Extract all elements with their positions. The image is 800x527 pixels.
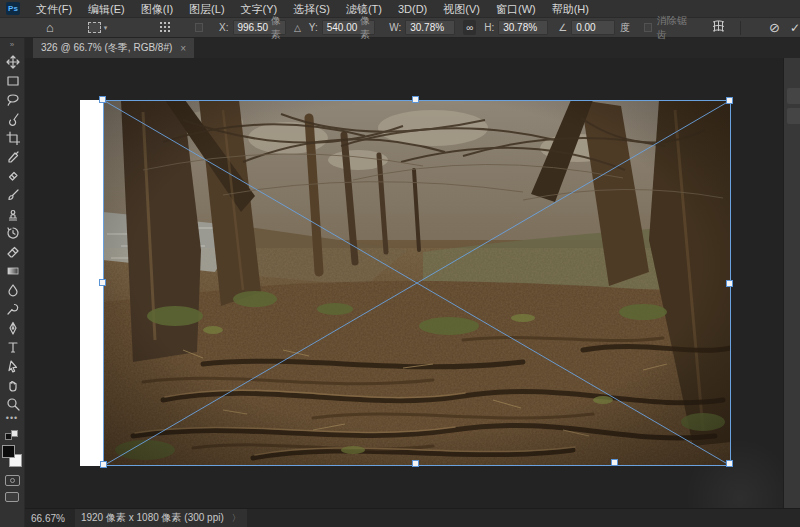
height-label: H:	[484, 22, 494, 33]
rotation-angle-value: 0.00	[576, 22, 595, 33]
photoshop-window: Ps 文件(F)编辑(E)图像(I)图层(L)文字(Y)选择(S)滤镜(T)3D…	[0, 0, 800, 527]
handle-top-left[interactable]	[99, 96, 106, 103]
photoshop-logo-icon: Ps	[6, 2, 20, 15]
zoom-level[interactable]: 66.67%	[31, 513, 65, 524]
tool-preset-picker[interactable]: ▾	[88, 22, 108, 33]
degrees-label: 度	[620, 21, 630, 35]
crop-tool[interactable]	[0, 128, 25, 147]
menu-item-1[interactable]: 编辑(E)	[80, 0, 133, 18]
free-transform-box[interactable]	[103, 100, 731, 466]
chevron-right-icon: 〉	[232, 512, 241, 525]
canvas-pasteboard	[25, 58, 783, 508]
handle-middle-right[interactable]	[726, 280, 733, 287]
tools-panel: » •••	[0, 38, 25, 527]
foreground-color-swatch[interactable]	[2, 445, 15, 458]
width-label: W:	[389, 22, 401, 33]
rotation-angle-icon: ∠	[558, 22, 567, 33]
pen-tool[interactable]	[0, 318, 25, 337]
toggle-reference-point-checkbox[interactable]	[195, 23, 203, 32]
height-field[interactable]: 30.78%	[498, 20, 548, 35]
handle-bottom-right[interactable]	[726, 460, 733, 467]
y-position-field[interactable]: 540.00 像素	[322, 20, 375, 35]
screen-mode-icon[interactable]	[5, 492, 19, 502]
menu-item-9[interactable]: 窗口(W)	[488, 0, 544, 18]
commit-transform-button[interactable]: ✓	[790, 21, 800, 35]
tools-list	[0, 52, 24, 413]
move-tool[interactable]	[0, 52, 25, 71]
handle-top-right[interactable]	[726, 97, 733, 104]
collapsed-panel-icon[interactable]	[787, 88, 800, 104]
lasso-tool[interactable]	[0, 90, 25, 109]
x-position-unit: 像素	[271, 14, 281, 42]
menu-item-0[interactable]: 文件(F)	[28, 0, 80, 18]
menu-bar-items: 文件(F)编辑(E)图像(I)图层(L)文字(Y)选择(S)滤镜(T)3D(D)…	[28, 0, 597, 18]
rectangular-marquee-tool[interactable]	[0, 71, 25, 90]
relative-positioning-icon[interactable]: △	[294, 23, 301, 33]
menu-item-5[interactable]: 选择(S)	[285, 0, 338, 18]
type-tool[interactable]	[0, 337, 25, 356]
menu-item-7[interactable]: 3D(D)	[390, 0, 435, 18]
y-position-label: Y:	[309, 22, 318, 33]
antialias-checkbox[interactable]	[644, 23, 652, 32]
rotation-angle-field[interactable]: 0.00	[571, 20, 615, 35]
spot-healing-brush-tool[interactable]	[0, 166, 25, 185]
path-selection-tool[interactable]	[0, 356, 25, 375]
x-position-label: X:	[219, 22, 228, 33]
menu-item-8[interactable]: 视图(V)	[435, 0, 488, 18]
brush-tool[interactable]	[0, 185, 25, 204]
panel-dock	[783, 58, 800, 508]
antialias-label: 消除锯齿	[657, 14, 689, 42]
cancel-transform-button[interactable]: ⊘	[769, 20, 780, 35]
quick-mask-icon[interactable]	[5, 475, 20, 486]
edit-toolbar-icon[interactable]: •••	[0, 413, 24, 427]
warp-mode-toggle-icon[interactable]	[711, 20, 726, 35]
handle-bottom-left[interactable]	[100, 461, 107, 468]
swap-colors-icon[interactable]	[5, 430, 19, 441]
document-dimensions: 1920 像素 x 1080 像素 (300 ppi)	[81, 511, 224, 525]
transform-tool-icon	[88, 22, 101, 33]
handle-bottom-center[interactable]	[412, 460, 419, 467]
clone-stamp-tool[interactable]	[0, 204, 25, 223]
eyedropper-tool[interactable]	[0, 147, 25, 166]
y-position-value: 540.00	[327, 22, 358, 33]
document-info[interactable]: 1920 像素 x 1080 像素 (300 ppi) 〉	[75, 509, 247, 527]
menu-item-3[interactable]: 图层(L)	[181, 0, 232, 18]
transform-options-bar: ⌂ ▾ X: 996.50 像素 △ Y: 540.00 像素 W:	[0, 18, 800, 38]
gradient-tool[interactable]	[0, 261, 25, 280]
toolbar-collapse-icon[interactable]: »	[0, 38, 24, 52]
zoom-tool[interactable]	[0, 394, 25, 413]
blur-tool[interactable]	[0, 280, 25, 299]
history-brush-tool[interactable]	[0, 223, 25, 242]
handle-middle-left[interactable]	[99, 279, 106, 286]
status-bar: 66.67% 1920 像素 x 1080 像素 (300 ppi) 〉	[25, 508, 800, 527]
y-position-unit: 像素	[360, 14, 370, 42]
menu-item-10[interactable]: 帮助(H)	[544, 0, 597, 18]
width-value: 30.78%	[410, 22, 444, 33]
handle-bottom-extra[interactable]	[611, 459, 618, 466]
color-swatches[interactable]	[2, 445, 22, 469]
quick-selection-tool[interactable]	[0, 109, 25, 128]
document-tab[interactable]: 326 @ 66.7% (冬季, RGB/8#) ×	[33, 38, 194, 58]
collapsed-panel-icon[interactable]	[787, 108, 800, 124]
dodge-tool[interactable]	[0, 299, 25, 318]
reference-point-grid-icon[interactable]	[159, 21, 171, 35]
home-icon[interactable]: ⌂	[46, 19, 54, 37]
x-position-field[interactable]: 996.50 像素	[233, 20, 286, 35]
document-tab-title: 326 @ 66.7% (冬季, RGB/8#)	[41, 41, 172, 55]
transform-outline	[103, 100, 731, 466]
close-icon[interactable]: ×	[180, 43, 186, 54]
chevron-down-icon: ▾	[104, 24, 108, 32]
eraser-tool[interactable]	[0, 242, 25, 261]
menu-item-2[interactable]: 图像(I)	[133, 0, 181, 18]
options-divider	[740, 21, 741, 35]
width-field[interactable]: 30.78%	[405, 20, 455, 35]
x-position-value: 996.50	[238, 22, 269, 33]
height-value: 30.78%	[503, 22, 537, 33]
hand-tool[interactable]	[0, 375, 25, 394]
handle-top-center[interactable]	[412, 96, 419, 103]
link-dimensions-icon[interactable]: ∞	[463, 20, 476, 35]
